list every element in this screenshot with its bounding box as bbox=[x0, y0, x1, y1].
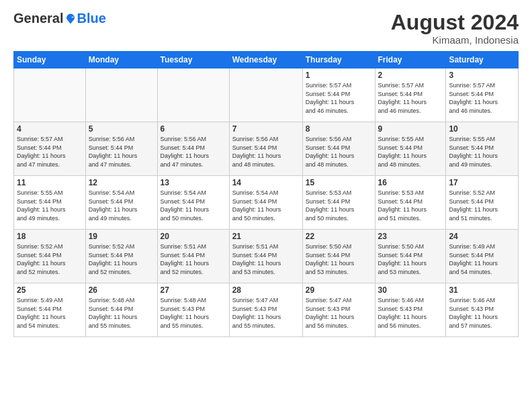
table-row: 20Sunrise: 5:51 AM Sunset: 5:44 PM Dayli… bbox=[157, 230, 229, 283]
logo-blue-text: Blue bbox=[77, 11, 105, 26]
day-info: Sunrise: 5:53 AM Sunset: 5:44 PM Dayligh… bbox=[306, 189, 372, 222]
day-info: Sunrise: 5:52 AM Sunset: 5:44 PM Dayligh… bbox=[17, 242, 83, 276]
day-number: 21 bbox=[232, 232, 300, 241]
col-monday: Monday bbox=[85, 52, 157, 68]
calendar-table: Sunday Monday Tuesday Wednesday Thursday… bbox=[13, 51, 519, 337]
day-info: Sunrise: 5:51 AM Sunset: 5:44 PM Dayligh… bbox=[161, 242, 226, 276]
table-row: 29Sunrise: 5:47 AM Sunset: 5:43 PM Dayli… bbox=[302, 283, 375, 337]
day-info: Sunrise: 5:49 AM Sunset: 5:44 PM Dayligh… bbox=[449, 242, 515, 276]
table-row: 22Sunrise: 5:50 AM Sunset: 5:44 PM Dayli… bbox=[302, 230, 375, 283]
col-thursday: Thursday bbox=[302, 52, 375, 68]
day-info: Sunrise: 5:57 AM Sunset: 5:44 PM Dayligh… bbox=[17, 135, 83, 169]
table-row: 28Sunrise: 5:47 AM Sunset: 5:43 PM Dayli… bbox=[229, 283, 302, 337]
day-info: Sunrise: 5:46 AM Sunset: 5:43 PM Dayligh… bbox=[449, 296, 515, 330]
table-row: 14Sunrise: 5:54 AM Sunset: 5:44 PM Dayli… bbox=[229, 176, 302, 230]
calendar-week-row: 4Sunrise: 5:57 AM Sunset: 5:44 PM Daylig… bbox=[14, 122, 519, 176]
table-row: 19Sunrise: 5:52 AM Sunset: 5:44 PM Dayli… bbox=[85, 230, 157, 283]
table-row: 7Sunrise: 5:56 AM Sunset: 5:44 PM Daylig… bbox=[229, 122, 302, 176]
col-sunday: Sunday bbox=[14, 52, 86, 68]
day-number: 28 bbox=[232, 285, 300, 295]
day-info: Sunrise: 5:46 AM Sunset: 5:43 PM Dayligh… bbox=[378, 296, 443, 330]
table-row: 15Sunrise: 5:53 AM Sunset: 5:44 PM Dayli… bbox=[302, 176, 375, 230]
day-info: Sunrise: 5:50 AM Sunset: 5:44 PM Dayligh… bbox=[378, 242, 443, 276]
day-number: 30 bbox=[378, 285, 443, 295]
table-row: 2Sunrise: 5:57 AM Sunset: 5:44 PM Daylig… bbox=[375, 68, 446, 122]
calendar-week-row: 18Sunrise: 5:52 AM Sunset: 5:44 PM Dayli… bbox=[14, 230, 519, 283]
table-row bbox=[229, 68, 302, 122]
day-info: Sunrise: 5:57 AM Sunset: 5:44 PM Dayligh… bbox=[306, 81, 372, 115]
table-row: 30Sunrise: 5:46 AM Sunset: 5:43 PM Dayli… bbox=[375, 283, 446, 337]
table-row bbox=[85, 68, 157, 122]
table-row: 24Sunrise: 5:49 AM Sunset: 5:44 PM Dayli… bbox=[446, 230, 519, 283]
table-row: 5Sunrise: 5:56 AM Sunset: 5:44 PM Daylig… bbox=[85, 122, 157, 176]
day-info: Sunrise: 5:56 AM Sunset: 5:44 PM Dayligh… bbox=[89, 135, 154, 169]
day-info: Sunrise: 5:47 AM Sunset: 5:43 PM Dayligh… bbox=[306, 296, 372, 330]
table-row bbox=[157, 68, 229, 122]
table-row: 9Sunrise: 5:55 AM Sunset: 5:44 PM Daylig… bbox=[375, 122, 446, 176]
day-number: 25 bbox=[17, 285, 83, 295]
day-number: 18 bbox=[17, 232, 83, 241]
day-number: 13 bbox=[161, 178, 226, 187]
day-number: 2 bbox=[378, 71, 443, 80]
table-row: 18Sunrise: 5:52 AM Sunset: 5:44 PM Dayli… bbox=[14, 230, 86, 283]
day-number: 17 bbox=[449, 178, 515, 187]
day-info: Sunrise: 5:55 AM Sunset: 5:44 PM Dayligh… bbox=[378, 135, 443, 169]
month-year-title: August 2024 bbox=[391, 11, 519, 34]
day-number: 1 bbox=[306, 71, 372, 80]
day-number: 8 bbox=[306, 124, 372, 134]
calendar-header-row: Sunday Monday Tuesday Wednesday Thursday… bbox=[14, 52, 519, 68]
table-row: 3Sunrise: 5:57 AM Sunset: 5:44 PM Daylig… bbox=[446, 68, 519, 122]
table-row: 8Sunrise: 5:56 AM Sunset: 5:44 PM Daylig… bbox=[302, 122, 375, 176]
day-number: 9 bbox=[378, 124, 443, 134]
col-friday: Friday bbox=[375, 52, 446, 68]
day-number: 11 bbox=[17, 178, 83, 187]
table-row: 11Sunrise: 5:55 AM Sunset: 5:44 PM Dayli… bbox=[14, 176, 86, 230]
day-info: Sunrise: 5:52 AM Sunset: 5:44 PM Dayligh… bbox=[89, 242, 154, 276]
day-info: Sunrise: 5:54 AM Sunset: 5:44 PM Dayligh… bbox=[161, 189, 226, 222]
page: General Blue August 2024 Kimaam, Indones… bbox=[0, 0, 532, 411]
day-number: 26 bbox=[89, 285, 154, 295]
table-row: 10Sunrise: 5:55 AM Sunset: 5:44 PM Dayli… bbox=[446, 122, 519, 176]
day-number: 24 bbox=[449, 232, 515, 241]
table-row bbox=[14, 68, 86, 122]
calendar-week-row: 11Sunrise: 5:55 AM Sunset: 5:44 PM Dayli… bbox=[14, 176, 519, 230]
day-number: 15 bbox=[306, 178, 372, 187]
header: General Blue August 2024 Kimaam, Indones… bbox=[13, 11, 519, 46]
day-number: 6 bbox=[161, 124, 226, 134]
table-row: 13Sunrise: 5:54 AM Sunset: 5:44 PM Dayli… bbox=[157, 176, 229, 230]
table-row: 31Sunrise: 5:46 AM Sunset: 5:43 PM Dayli… bbox=[446, 283, 519, 337]
calendar-week-row: 1Sunrise: 5:57 AM Sunset: 5:44 PM Daylig… bbox=[14, 68, 519, 122]
day-number: 12 bbox=[89, 178, 154, 187]
day-number: 20 bbox=[161, 232, 226, 241]
day-info: Sunrise: 5:53 AM Sunset: 5:44 PM Dayligh… bbox=[378, 189, 443, 222]
day-number: 22 bbox=[306, 232, 372, 241]
table-row: 23Sunrise: 5:50 AM Sunset: 5:44 PM Dayli… bbox=[375, 230, 446, 283]
calendar-week-row: 25Sunrise: 5:49 AM Sunset: 5:44 PM Dayli… bbox=[14, 283, 519, 337]
day-info: Sunrise: 5:57 AM Sunset: 5:44 PM Dayligh… bbox=[378, 81, 443, 115]
day-info: Sunrise: 5:51 AM Sunset: 5:44 PM Dayligh… bbox=[232, 242, 300, 276]
day-info: Sunrise: 5:54 AM Sunset: 5:44 PM Dayligh… bbox=[232, 189, 300, 222]
logo-general-text: General bbox=[13, 11, 63, 26]
day-info: Sunrise: 5:57 AM Sunset: 5:44 PM Dayligh… bbox=[449, 81, 515, 115]
table-row: 16Sunrise: 5:53 AM Sunset: 5:44 PM Dayli… bbox=[375, 176, 446, 230]
day-number: 23 bbox=[378, 232, 443, 241]
table-row: 12Sunrise: 5:54 AM Sunset: 5:44 PM Dayli… bbox=[85, 176, 157, 230]
day-info: Sunrise: 5:56 AM Sunset: 5:44 PM Dayligh… bbox=[161, 135, 226, 169]
logo: General Blue bbox=[13, 11, 106, 26]
day-number: 16 bbox=[378, 178, 443, 187]
table-row: 4Sunrise: 5:57 AM Sunset: 5:44 PM Daylig… bbox=[14, 122, 86, 176]
day-number: 19 bbox=[89, 232, 154, 241]
day-number: 14 bbox=[232, 178, 300, 187]
location-subtitle: Kimaam, Indonesia bbox=[391, 34, 519, 46]
day-number: 31 bbox=[449, 285, 515, 295]
day-number: 29 bbox=[306, 285, 372, 295]
table-row: 1Sunrise: 5:57 AM Sunset: 5:44 PM Daylig… bbox=[302, 68, 375, 122]
day-number: 7 bbox=[232, 124, 300, 134]
day-info: Sunrise: 5:54 AM Sunset: 5:44 PM Dayligh… bbox=[89, 189, 154, 222]
day-info: Sunrise: 5:48 AM Sunset: 5:43 PM Dayligh… bbox=[161, 296, 226, 330]
day-info: Sunrise: 5:55 AM Sunset: 5:44 PM Dayligh… bbox=[17, 189, 83, 222]
day-info: Sunrise: 5:52 AM Sunset: 5:44 PM Dayligh… bbox=[449, 189, 515, 222]
day-info: Sunrise: 5:49 AM Sunset: 5:44 PM Dayligh… bbox=[17, 296, 83, 330]
title-area: August 2024 Kimaam, Indonesia bbox=[391, 11, 519, 46]
table-row: 21Sunrise: 5:51 AM Sunset: 5:44 PM Dayli… bbox=[229, 230, 302, 283]
